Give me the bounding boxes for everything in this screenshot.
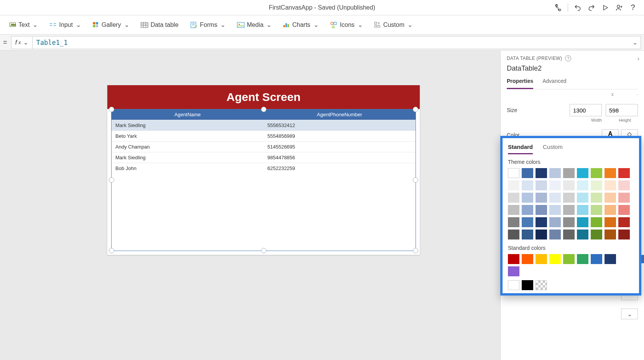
table-row[interactable]: Mark Siedling5556532412 [112, 120, 416, 130]
resize-handle[interactable] [109, 248, 114, 253]
color-swatch[interactable] [549, 205, 561, 215]
color-swatch[interactable] [536, 205, 547, 215]
color-swatch[interactable] [618, 193, 630, 203]
heading-font-dropdown-arrow[interactable]: ⌄ [621, 309, 638, 319]
color-swatch[interactable] [605, 217, 616, 227]
color-swatch[interactable] [591, 180, 602, 190]
table-row[interactable]: Mark Siedling9854478856 [112, 152, 416, 163]
color-swatch[interactable] [508, 254, 519, 264]
play-icon[interactable] [599, 1, 612, 14]
resize-handle[interactable] [261, 107, 266, 112]
ribbon-datatable-button[interactable]: Data table [137, 19, 182, 31]
redo-icon[interactable] [585, 1, 598, 14]
ribbon-input-button[interactable]: Input ⌄ [45, 19, 85, 31]
height-input[interactable] [606, 104, 638, 116]
table-row[interactable]: Andy Champan5145526695 [112, 141, 416, 152]
colorpicker-tab-custom[interactable]: Custom [543, 144, 563, 154]
ribbon-text-button[interactable]: Abc Text ⌄ [5, 19, 41, 31]
resize-handle[interactable] [109, 107, 114, 112]
color-swatch[interactable] [591, 217, 602, 227]
color-swatch[interactable] [577, 193, 588, 203]
color-swatch[interactable] [577, 217, 588, 227]
selected-color-swatch[interactable] [641, 255, 644, 263]
tab-properties[interactable]: Properties [507, 78, 533, 89]
color-swatch[interactable] [605, 168, 616, 178]
color-swatch[interactable] [522, 193, 533, 203]
width-input[interactable] [570, 104, 602, 116]
colorpicker-tab-standard[interactable]: Standard [508, 144, 533, 154]
ribbon-custom-button[interactable]: Custom ⌄ [370, 19, 416, 31]
tab-advanced[interactable]: Advanced [542, 78, 566, 89]
ribbon-charts-button[interactable]: Charts ⌄ [279, 19, 322, 31]
color-swatch[interactable] [563, 180, 575, 190]
formula-input[interactable]: Table1_1 ⌄ [33, 36, 641, 49]
color-swatch[interactable] [508, 266, 519, 276]
color-swatch[interactable] [577, 180, 588, 190]
color-swatch[interactable] [591, 230, 602, 239]
resize-handle[interactable] [413, 177, 418, 183]
color-swatch[interactable] [508, 193, 519, 203]
data-table-control[interactable]: AgentName AgentPhoneNumber Mark Siedling… [111, 109, 416, 251]
panel-chevron-icon[interactable]: › [637, 55, 639, 62]
color-swatch[interactable] [591, 168, 602, 178]
color-swatch[interactable] [563, 230, 575, 239]
color-swatch[interactable] [605, 180, 616, 190]
color-swatch[interactable] [522, 168, 533, 178]
color-swatch[interactable] [618, 217, 630, 227]
color-swatch[interactable] [549, 180, 561, 190]
app-checker-icon[interactable] [552, 1, 565, 14]
color-swatch[interactable] [563, 217, 575, 227]
color-swatch[interactable] [522, 230, 533, 239]
color-swatch[interactable] [549, 168, 561, 178]
color-swatch[interactable] [605, 254, 616, 264]
color-swatch[interactable] [549, 230, 561, 239]
resize-handle[interactable] [413, 248, 418, 253]
color-swatch[interactable] [618, 180, 630, 190]
color-swatch[interactable] [549, 193, 561, 203]
color-swatch[interactable] [605, 230, 616, 239]
color-swatch[interactable] [522, 217, 533, 227]
share-icon[interactable] [613, 1, 626, 14]
color-swatch[interactable] [522, 280, 533, 290]
color-swatch[interactable] [591, 205, 602, 215]
color-swatch[interactable] [536, 230, 547, 239]
color-swatch[interactable] [522, 205, 533, 215]
color-swatch[interactable] [522, 254, 533, 264]
color-swatch[interactable] [563, 254, 575, 264]
help-icon[interactable]: ? [626, 1, 639, 14]
color-swatch[interactable] [536, 280, 547, 290]
color-swatch[interactable] [577, 205, 588, 215]
color-swatch[interactable] [618, 168, 630, 178]
color-swatch[interactable] [591, 254, 602, 264]
color-swatch[interactable] [605, 205, 616, 215]
color-swatch[interactable] [605, 193, 616, 203]
color-swatch[interactable] [563, 168, 575, 178]
color-swatch[interactable] [508, 205, 519, 215]
ribbon-forms-button[interactable]: Forms ⌄ [186, 19, 229, 31]
color-swatch[interactable] [577, 168, 588, 178]
color-swatch[interactable] [508, 230, 519, 239]
color-swatch[interactable] [508, 217, 519, 227]
undo-icon[interactable] [571, 1, 584, 14]
resize-handle[interactable] [413, 107, 418, 112]
color-swatch[interactable] [577, 254, 588, 264]
ribbon-media-button[interactable]: Media ⌄ [233, 19, 276, 31]
color-swatch[interactable] [563, 205, 575, 215]
color-swatch[interactable] [618, 230, 630, 239]
color-swatch[interactable] [549, 217, 561, 227]
color-swatch[interactable] [577, 230, 588, 239]
table-row[interactable]: Beto Yark5554856989 [112, 130, 416, 141]
color-swatch[interactable] [563, 193, 575, 203]
resize-handle[interactable] [261, 248, 266, 253]
color-swatch[interactable] [618, 205, 630, 215]
help-icon[interactable]: ? [565, 55, 571, 61]
col-agentname[interactable]: AgentName [112, 109, 264, 120]
color-swatch[interactable] [591, 193, 602, 203]
col-agentphone[interactable]: AgentPhoneNumber [264, 109, 416, 120]
color-swatch[interactable] [522, 180, 533, 190]
color-swatch[interactable] [508, 180, 519, 190]
color-swatch[interactable] [508, 168, 519, 178]
color-swatch[interactable] [536, 180, 547, 190]
ribbon-gallery-button[interactable]: Gallery ⌄ [89, 19, 133, 31]
ribbon-icons-button[interactable]: Icons ⌄ [326, 19, 366, 31]
